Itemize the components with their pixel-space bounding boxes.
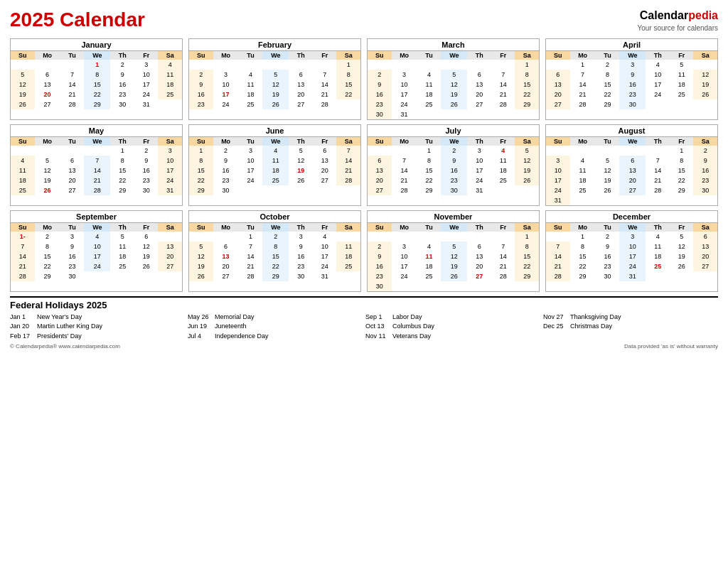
calendar-cell: 16: [110, 80, 134, 90]
calendar-cell: [313, 185, 337, 195]
calendar-cell: 12: [134, 242, 159, 251]
calendar-cell: 23: [189, 99, 213, 109]
calendar-cell: 24: [392, 99, 417, 109]
holiday-col-3: Nov 27Thanksgiving DayDec 25Christmas Da…: [543, 313, 718, 342]
calendar-cell: 17: [546, 175, 570, 185]
calendar-cell: [134, 271, 159, 281]
calendar-cell: 12: [515, 156, 539, 166]
calendar-cell: 7: [336, 146, 360, 156]
calendar-cell: 8: [262, 242, 289, 251]
calendar-cell: 2: [189, 70, 213, 80]
calendar-cell: 7: [239, 242, 263, 251]
calendar-cell: 18: [262, 166, 289, 175]
calendar-cell: 25: [417, 99, 441, 109]
calendar-cell: [213, 60, 239, 70]
calendar-cell: 2: [262, 232, 289, 242]
calendar-cell: [368, 232, 392, 242]
calendar-cell: [189, 232, 213, 242]
month-title: August: [546, 125, 717, 137]
holiday-col-2: Sep 1Labor DayOct 13Columbus DayNov 11Ve…: [365, 313, 540, 342]
calendar-cell: 3: [392, 70, 417, 80]
month-block-april: AprilSuMoTuWeThFrSa123456789101112131415…: [545, 38, 718, 120]
calendar-cell: 15: [417, 166, 441, 175]
calendar-cell: 12: [441, 251, 467, 261]
brand: Calendarpedia Your source for calendars: [637, 9, 718, 33]
calendar-cell: 7: [392, 156, 417, 166]
calendar-cell: 1: [110, 146, 134, 156]
calendar-cell: 21: [84, 175, 110, 185]
calendar-cell: [646, 271, 670, 281]
calendar-cell: 6: [467, 70, 491, 80]
calendar-cell: [467, 60, 491, 70]
calendar-cell: 29: [515, 271, 539, 281]
calendar-cell: 3: [392, 242, 417, 251]
calendar-cell: [336, 185, 360, 195]
calendar-cell: 26: [289, 175, 313, 185]
brand-name: Calendarpedia: [637, 9, 718, 23]
calendar-cell: 19: [441, 90, 467, 99]
calendar-cell: 20: [60, 175, 85, 185]
calendar-cell: 17: [392, 90, 417, 99]
calendar-cell: 4: [646, 60, 670, 70]
calendar-cell: 20: [467, 261, 491, 271]
calendar-cell: 2: [596, 60, 620, 70]
calendar-cell: 16: [134, 166, 159, 175]
holiday-name: Presidents' Day: [37, 332, 82, 342]
calendar-cell: 3: [467, 146, 491, 156]
calendar-cell: [441, 60, 467, 70]
calendar-cell: 29: [84, 99, 110, 109]
calendar-cell: 15: [110, 166, 134, 175]
calendar-cell: 31: [467, 185, 491, 195]
calendar-cell: 13: [213, 251, 239, 261]
calendar-cell: 9: [619, 70, 646, 80]
calendar-cell: [11, 60, 35, 70]
calendar-cell: 5: [262, 70, 289, 80]
calendar-cell: 31: [134, 99, 159, 109]
calendar-cell: [693, 60, 717, 70]
calendar-cell: 15: [336, 80, 360, 90]
calendar-cell: 20: [158, 251, 182, 261]
holidays-title: Federal Holidays 2025: [10, 300, 718, 310]
calendar-cell: [646, 99, 670, 109]
calendar-cell: 15: [670, 166, 694, 175]
calendar-cell: 2: [368, 242, 392, 251]
calendar-cell: 6: [546, 70, 570, 80]
calendar-cell: [467, 109, 491, 119]
calendar-cell: [289, 60, 313, 70]
calendar-cell: [491, 60, 515, 70]
calendar-cell: 25: [239, 99, 263, 109]
calendar-cell: 10: [392, 80, 417, 90]
calendar-cell: 16: [189, 90, 213, 99]
calendar-cell: 15: [570, 251, 596, 261]
calendar-cell: 22: [84, 90, 110, 99]
calendar-cell: 7: [546, 242, 570, 251]
calendar-cell: 15: [189, 166, 213, 175]
calendar-cell: 4: [239, 70, 263, 80]
calendar-cell: [646, 195, 670, 205]
calendar-cell: 16: [60, 251, 85, 261]
calendar-cell: 3: [619, 60, 646, 70]
calendar-cell: 24: [546, 185, 570, 195]
calendar-cell: 10: [392, 251, 417, 261]
calendar-cell: 11: [336, 242, 360, 251]
calendar-cell: [392, 232, 417, 242]
calendar-cell: 2: [368, 70, 392, 80]
calendar-cell: 2: [596, 232, 620, 242]
calendar-cell: [670, 271, 694, 281]
calendar-cell: 18: [417, 90, 441, 99]
calendar-cell: 27: [368, 185, 392, 195]
calendar-cell: 25: [570, 185, 596, 195]
calendar-cell: [670, 99, 694, 109]
month-block-may: MaySuMoTuWeThFrSa12345678910111213141516…: [10, 124, 183, 206]
holiday-name: Martin Luther King Day: [37, 322, 102, 332]
calendar-cell: 26: [441, 99, 467, 109]
holiday-name: Juneteenth: [215, 322, 247, 332]
calendar-cell: 3: [239, 146, 263, 156]
calendar-cell: 21: [491, 90, 515, 99]
calendar-cell: 4: [313, 232, 337, 242]
calendar-cell: 28: [491, 99, 515, 109]
calendar-cell: 22: [515, 90, 539, 99]
calendar-cell: 21: [313, 90, 337, 99]
month-title: November: [368, 211, 539, 223]
calendar-cell: [546, 232, 570, 242]
